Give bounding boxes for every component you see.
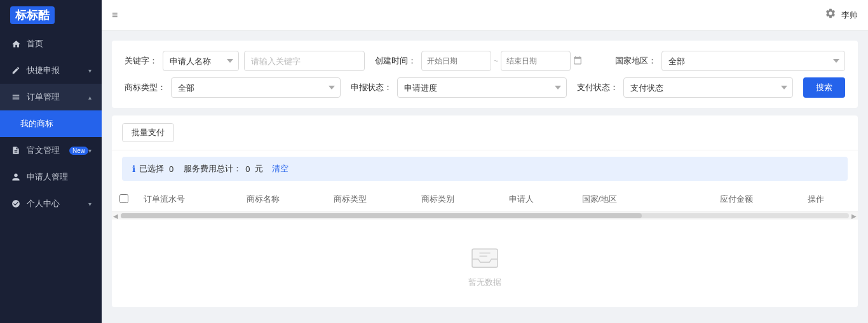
new-badge: New (69, 147, 88, 155)
scrollbar-thumb[interactable] (121, 213, 642, 218)
sidebar-item-applicant-mgmt-label: 申请人管理 (27, 171, 92, 183)
filter-country: 国家地区： 全部 (615, 51, 845, 71)
logo-text: 标标酷 (10, 6, 55, 24)
main-content: ≡ 李帅 关键字： 申请人名称 (102, 0, 868, 323)
filter-trademark-type: 商标类型： 全部 (125, 77, 341, 98)
topbar-right: 李帅 (825, 8, 858, 22)
date-start-input[interactable] (421, 51, 491, 71)
calendar-icon[interactable] (573, 56, 582, 67)
date-range: ~ (421, 51, 605, 71)
col-country: 国家/地区 (574, 187, 713, 212)
info-icon: ℹ (132, 164, 135, 174)
empty-state: 暂无数据 (112, 220, 858, 307)
batch-pay-button[interactable]: 批量支付 (122, 123, 174, 142)
sidebar-item-home-label: 首页 (27, 38, 92, 49)
sidebar-item-quick-apply[interactable]: 快捷申报 ▾ (0, 57, 102, 84)
scrollbar-track (121, 213, 849, 218)
col-applicant: 申请人 (501, 187, 574, 212)
col-amount: 应付金额 (712, 187, 800, 212)
keyword-label: 关键字： (125, 55, 158, 67)
edit-icon (10, 65, 22, 76)
list-icon (10, 91, 22, 103)
sidebar: 标标酷 首页 快捷申报 ▾ 订单管理 ▴ 我的商标 (0, 0, 102, 323)
create-time-label: 创建时间： (375, 55, 416, 67)
table-scroll-wrapper: 订单流水号 商标名称 商标类型 商标类别 (112, 187, 858, 212)
filter-keyword: 关键字： 申请人名称 (125, 51, 365, 71)
col-order-no: 订单流水号 (136, 187, 239, 212)
sidebar-item-official-mgmt[interactable]: 官文管理 New ▾ (0, 137, 102, 164)
pay-status-label: 支付状态： (577, 82, 618, 93)
date-end-input[interactable] (501, 51, 571, 71)
horizontal-scrollbar[interactable]: ◀ ▶ (112, 212, 858, 220)
apply-status-select[interactable]: 申请进度 (397, 77, 567, 98)
sidebar-item-official-mgmt-label: 官文管理 (27, 145, 67, 156)
user-circle-icon (10, 198, 22, 209)
col-operation: 操作 (800, 187, 858, 212)
pay-status-select[interactable]: 支付状态 (623, 77, 793, 98)
filter-panel: 关键字： 申请人名称 创建时间： ~ (112, 41, 858, 108)
sidebar-item-applicant-mgmt[interactable]: 申请人管理 (0, 164, 102, 190)
hamburger-icon[interactable]: ≡ (112, 10, 118, 21)
home-icon (10, 38, 22, 49)
filter-create-time: 创建时间： ~ (375, 51, 605, 71)
svg-rect-0 (472, 249, 498, 267)
fee-amount: 0 (245, 164, 250, 174)
sidebar-item-order-mgmt-label: 订单管理 (27, 91, 88, 103)
username: 李帅 (841, 10, 858, 21)
topbar-left: ≡ (112, 10, 118, 21)
topbar: ≡ 李帅 (102, 0, 868, 30)
trademark-type-label: 商标类型： (125, 82, 166, 93)
table-header-row: 订单流水号 商标名称 商标类型 商标类别 (112, 187, 858, 212)
col-tm-type: 商标类型 (326, 187, 414, 212)
filter-pay-status: 支付状态： 支付状态 (577, 77, 793, 98)
document-icon (10, 145, 22, 156)
sidebar-item-personal-center[interactable]: 个人中心 ▾ (0, 190, 102, 217)
empty-text: 暂无数据 (468, 277, 501, 288)
sidebar-item-home[interactable]: 首页 (0, 30, 102, 57)
keyword-input[interactable] (244, 51, 365, 71)
sidebar-item-my-trademark-label: 我的商标 (20, 118, 92, 129)
sidebar-item-my-trademark[interactable]: 我的商标 (0, 110, 102, 137)
scroll-right-arrow[interactable]: ▶ (851, 213, 857, 220)
table-toolbar: 批量支付 (112, 115, 858, 150)
checkbox-header (112, 187, 136, 212)
clear-link[interactable]: 清空 (272, 163, 288, 175)
filter-apply-status: 申报状态： 申请进度 (351, 77, 567, 98)
filter-row-1: 关键字： 申请人名称 创建时间： ~ (125, 51, 845, 71)
select-all-checkbox[interactable] (119, 194, 128, 203)
sidebar-nav: 首页 快捷申报 ▾ 订单管理 ▴ 我的商标 (0, 30, 102, 323)
chevron-right-icon: ▾ (88, 147, 92, 154)
apply-status-label: 申报状态： (351, 82, 392, 93)
chevron-down-icon: ▾ (88, 67, 92, 74)
country-label: 国家地区： (615, 55, 656, 67)
date-separator: ~ (494, 56, 498, 65)
scroll-left-arrow[interactable]: ◀ (113, 213, 118, 220)
sidebar-item-personal-center-label: 个人中心 (27, 198, 88, 209)
settings-icon[interactable] (825, 8, 836, 22)
person-icon (10, 171, 22, 183)
keyword-type-select[interactable]: 申请人名称 (163, 51, 239, 71)
logo: 标标酷 (0, 0, 102, 30)
selected-label: 已选择 (139, 163, 164, 175)
selected-count: 0 (169, 164, 173, 174)
search-button[interactable]: 搜索 (803, 77, 845, 98)
info-bar: ℹ 已选择 0 服务费用总计： 0 元 清空 (122, 157, 848, 181)
data-table: 订单流水号 商标名称 商标类型 商标类别 (112, 187, 858, 212)
filter-row-2: 商标类型： 全部 申报状态： 申请进度 支付状态： 支付状态 (125, 77, 845, 98)
table-panel: 批量支付 ℹ 已选择 0 服务费用总计： 0 元 清空 (112, 115, 858, 307)
chevron-up-icon: ▴ (88, 94, 92, 101)
sidebar-item-order-mgmt[interactable]: 订单管理 ▴ (0, 84, 102, 110)
country-select[interactable]: 全部 (661, 51, 845, 71)
col-tm-category: 商标类别 (414, 187, 501, 212)
sidebar-sub-order: 我的商标 (0, 110, 102, 137)
col-tm-name: 商标名称 (239, 187, 327, 212)
empty-inbox-icon (469, 245, 501, 270)
sidebar-item-quick-apply-label: 快捷申报 (27, 65, 88, 76)
chevron-down-icon2: ▾ (88, 201, 92, 208)
trademark-type-select[interactable]: 全部 (171, 77, 341, 98)
fee-label: 服务费用总计： (184, 163, 241, 175)
content-area: 关键字： 申请人名称 创建时间： ~ (102, 30, 868, 323)
fee-unit: 元 (255, 163, 263, 175)
